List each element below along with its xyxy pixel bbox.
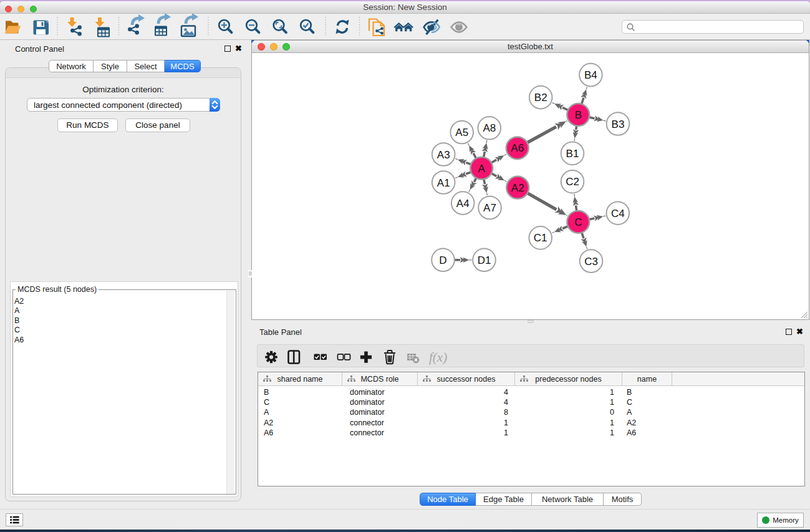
svg-text:B2: B2 bbox=[534, 92, 547, 104]
svg-text:B1: B1 bbox=[566, 148, 579, 160]
svg-text:B3: B3 bbox=[612, 118, 625, 130]
svg-text:A7: A7 bbox=[483, 202, 496, 214]
svg-text:A3: A3 bbox=[437, 149, 450, 161]
svg-text:f(x): f(x) bbox=[429, 350, 447, 365]
svg-text:C1: C1 bbox=[534, 232, 547, 244]
svg-text:A: A bbox=[478, 163, 486, 175]
svg-text:C3: C3 bbox=[584, 256, 598, 268]
svg-text:C2: C2 bbox=[566, 176, 579, 188]
svg-text:A1: A1 bbox=[437, 177, 450, 189]
svg-text:C4: C4 bbox=[611, 208, 625, 220]
svg-text:A6: A6 bbox=[511, 142, 524, 154]
svg-text:D1: D1 bbox=[478, 254, 491, 266]
svg-text:A8: A8 bbox=[483, 122, 496, 134]
svg-text:D: D bbox=[439, 254, 446, 266]
svg-text:C: C bbox=[574, 216, 582, 228]
svg-text:A5: A5 bbox=[455, 127, 468, 138]
svg-text:A2: A2 bbox=[511, 182, 524, 194]
svg-text:A4: A4 bbox=[456, 198, 470, 210]
svg-text:B: B bbox=[575, 109, 582, 121]
svg-text:B4: B4 bbox=[584, 69, 597, 81]
